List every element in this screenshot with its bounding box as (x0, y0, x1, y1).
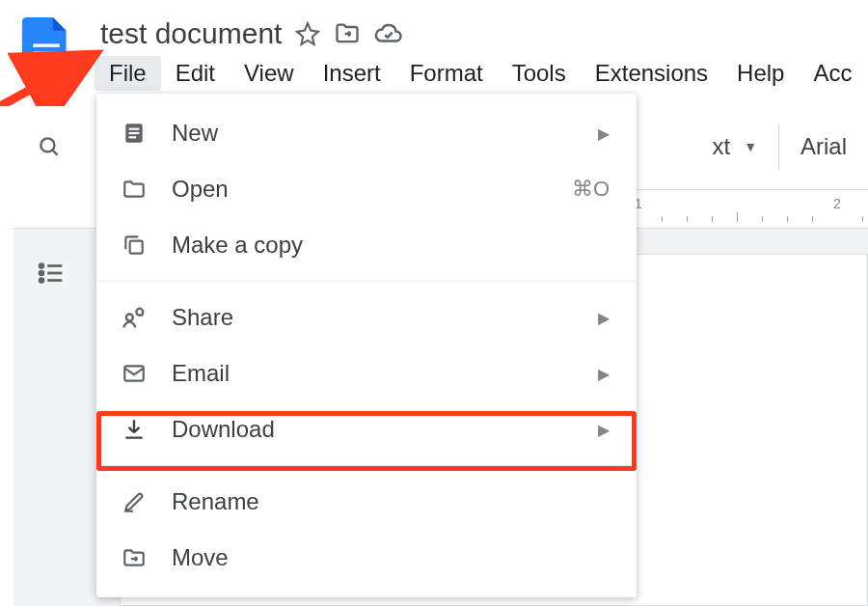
menu-item-share[interactable]: Share ▶ (96, 289, 637, 345)
menu-help[interactable]: Help (722, 56, 799, 91)
new-doc-icon (120, 119, 149, 148)
menu-item-open[interactable]: Open ⌘O (96, 161, 637, 217)
docs-logo-icon[interactable] (21, 17, 71, 79)
menu-accessibility[interactable]: Acc (799, 56, 866, 91)
svg-point-4 (40, 264, 43, 268)
dropdown-arrow-icon: ▼ (744, 139, 757, 154)
font-label: Arial (800, 133, 847, 160)
svg-rect-11 (129, 128, 140, 130)
star-icon[interactable] (295, 21, 320, 46)
menu-label: New (172, 120, 218, 147)
svg-point-15 (126, 315, 133, 321)
menu-label: Download (172, 416, 275, 443)
ruler-tick-2: 2 (833, 196, 841, 211)
svg-rect-0 (33, 43, 59, 46)
submenu-arrow-icon: ▶ (598, 124, 610, 143)
move-folder-icon[interactable] (334, 20, 361, 47)
font-selector[interactable]: Arial (778, 124, 868, 170)
download-icon (120, 415, 149, 444)
submenu-arrow-icon: ▶ (598, 365, 610, 383)
file-dropdown-menu: New ▶ Open ⌘O Make a copy Share ▶ Email … (96, 94, 637, 597)
svg-rect-12 (129, 132, 140, 134)
style-selector[interactable]: xt ▼ (691, 124, 778, 170)
menubar: File Edit View Insert Format Tools Exten… (85, 56, 868, 91)
svg-rect-13 (129, 136, 137, 138)
outline-toggle-icon[interactable] (37, 259, 66, 291)
copy-icon (120, 231, 149, 260)
menu-shortcut: ⌘O (572, 177, 610, 202)
move-icon (120, 543, 149, 572)
menu-tools[interactable]: Tools (498, 56, 581, 91)
svg-rect-14 (130, 241, 143, 254)
menu-label: Open (172, 176, 229, 203)
menu-item-download[interactable]: Download ▶ (96, 401, 637, 457)
svg-point-5 (40, 271, 43, 275)
svg-point-3 (41, 138, 54, 152)
menu-file[interactable]: File (95, 56, 161, 91)
menu-insert[interactable]: Insert (309, 56, 395, 91)
menu-item-email[interactable]: Email ▶ (96, 345, 637, 401)
menu-divider (96, 465, 637, 466)
ruler: 1 2 (627, 189, 868, 222)
app-header: test document File Edit View Insert Form… (0, 0, 868, 91)
menu-label: Rename (172, 488, 259, 515)
menu-label: Make a copy (172, 232, 303, 259)
menu-item-move[interactable]: Move (96, 530, 637, 586)
menu-extensions[interactable]: Extensions (581, 56, 722, 91)
menu-divider (96, 281, 637, 282)
document-title[interactable]: test document (100, 17, 282, 50)
menu-format[interactable]: Format (395, 56, 498, 91)
title-row: test document (85, 17, 868, 50)
svg-point-6 (40, 279, 43, 283)
menu-label: Email (172, 360, 230, 387)
svg-rect-2 (33, 59, 50, 62)
rename-icon (120, 487, 149, 516)
search-icon[interactable] (37, 134, 62, 159)
svg-rect-1 (33, 51, 59, 54)
folder-icon (120, 175, 149, 204)
menu-item-rename[interactable]: Rename (96, 474, 637, 530)
menu-view[interactable]: View (230, 56, 309, 91)
menu-item-new[interactable]: New ▶ (96, 105, 637, 161)
header-content: test document File Edit View Insert Form… (85, 17, 868, 91)
toolbar-right: xt ▼ Arial (691, 124, 868, 170)
cloud-saved-icon[interactable] (374, 19, 403, 48)
style-label-partial: xt (712, 133, 730, 160)
menu-label: Share (172, 304, 233, 331)
menu-item-make-copy[interactable]: Make a copy (96, 217, 637, 273)
email-icon (120, 359, 149, 388)
share-icon (120, 303, 149, 332)
menu-label: Move (172, 544, 229, 571)
submenu-arrow-icon: ▶ (598, 421, 610, 439)
menu-edit[interactable]: Edit (161, 56, 230, 91)
submenu-arrow-icon: ▶ (598, 309, 610, 327)
